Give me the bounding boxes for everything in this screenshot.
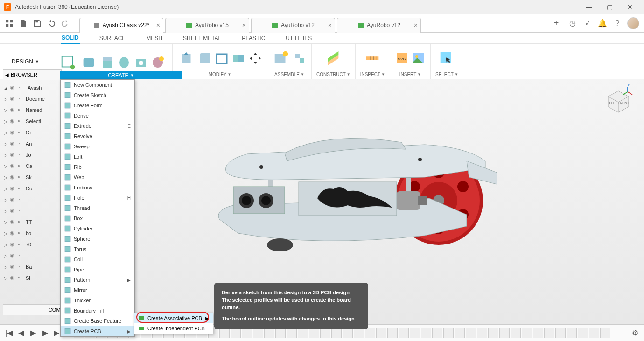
tree-row[interactable]: ▷◉▫Jo: [3, 149, 62, 160]
menu-item-derive[interactable]: Derive: [61, 111, 134, 121]
timeline-feature[interactable]: [387, 328, 398, 338]
expand-icon[interactable]: ▷: [4, 253, 8, 258]
timeline-feature[interactable]: [242, 328, 252, 338]
expand-icon[interactable]: ▷: [4, 209, 8, 214]
tree-row[interactable]: ▷◉▫Named: [3, 104, 62, 116]
menu-item-mirror[interactable]: Mirror: [61, 285, 134, 295]
timeline-settings-button[interactable]: ⚙: [630, 328, 640, 338]
tree-row[interactable]: ▷◉▫70: [3, 239, 62, 250]
ribbon-tab-solid[interactable]: SOLID: [61, 33, 80, 44]
visibility-icon[interactable]: ◉: [10, 208, 16, 214]
close-tab-icon[interactable]: ×: [328, 21, 332, 29]
help-icon[interactable]: ?: [612, 18, 623, 28]
timeline-feature[interactable]: [354, 328, 364, 338]
visibility-icon[interactable]: ◉: [10, 275, 16, 281]
ribbon-tab-plastic[interactable]: PLASTIC: [241, 33, 266, 43]
close-tab-icon[interactable]: ×: [156, 21, 160, 29]
job-status-icon[interactable]: ✓: [582, 18, 593, 28]
visibility-icon[interactable]: ◉: [10, 241, 16, 248]
fillet-icon[interactable]: [198, 51, 212, 65]
timeline-feature[interactable]: [410, 328, 420, 338]
user-avatar[interactable]: [627, 17, 639, 29]
expand-icon[interactable]: ▷: [4, 175, 8, 180]
timeline-feature[interactable]: [466, 328, 476, 338]
window-close-button[interactable]: ✕: [620, 0, 640, 14]
ribbon-tab-utilities[interactable]: UTILITIES: [285, 33, 313, 43]
expand-icon[interactable]: ▷: [4, 231, 8, 236]
visibility-icon[interactable]: ◉: [10, 140, 16, 147]
menu-item-sphere[interactable]: Sphere: [61, 234, 134, 244]
new-tab-button[interactable]: +: [550, 17, 563, 30]
menu-item-boundary-fill[interactable]: Boundary Fill: [61, 306, 134, 316]
tree-row[interactable]: ▷◉▫: [3, 250, 62, 261]
timeline-feature[interactable]: [522, 328, 532, 338]
plane-icon[interactable]: [324, 49, 342, 67]
document-tab[interactable]: AyuRobo v15×: [165, 18, 249, 33]
expand-icon[interactable]: ▷: [4, 264, 8, 270]
primitives-icon[interactable]: [151, 56, 165, 70]
tree-row[interactable]: ▷◉▫: [3, 205, 62, 216]
timeline-feature[interactable]: [331, 328, 342, 338]
combine-icon[interactable]: [231, 51, 245, 65]
window-maximize-button[interactable]: ▢: [599, 0, 620, 14]
tree-row[interactable]: ▷◉▫TT: [3, 216, 62, 228]
menu-item-thicken[interactable]: Thicken: [61, 295, 134, 306]
new-component-icon[interactable]: [272, 49, 290, 67]
timeline-feature[interactable]: [443, 328, 454, 338]
menu-item-web[interactable]: Web: [61, 172, 134, 182]
tree-row[interactable]: ▷◉▫: [3, 194, 62, 205]
tree-row[interactable]: ▷◉▫Docume: [3, 93, 62, 104]
menu-item-box[interactable]: Box: [61, 213, 134, 223]
menu-item-torus[interactable]: Torus: [61, 244, 134, 254]
close-tab-icon[interactable]: ×: [414, 21, 418, 29]
timeline-feature[interactable]: [555, 328, 566, 338]
timeline-feature[interactable]: [320, 328, 330, 338]
timeline-play-button[interactable]: ▶: [28, 328, 38, 338]
visibility-icon[interactable]: ◉: [10, 96, 16, 102]
expand-icon[interactable]: ▷: [4, 130, 8, 135]
joint-icon[interactable]: [293, 51, 307, 65]
menu-item-coil[interactable]: Coil: [61, 254, 134, 264]
revolve-icon[interactable]: [117, 56, 131, 70]
tree-row[interactable]: ▷◉▫Selecti: [3, 116, 62, 127]
visibility-icon[interactable]: ◉: [10, 174, 16, 181]
timeline-feature[interactable]: [533, 328, 543, 338]
timeline-feature[interactable]: [376, 328, 386, 338]
menu-item-create-sketch[interactable]: Create Sketch: [61, 90, 134, 100]
menu-item-pipe[interactable]: Pipe: [61, 264, 134, 275]
visibility-icon[interactable]: ◉: [10, 196, 16, 203]
document-tab[interactable]: AyuRobo v12×: [337, 18, 421, 33]
expand-icon[interactable]: ▷: [4, 153, 8, 158]
document-tab[interactable]: AyuRobo v12×: [251, 18, 335, 33]
timeline-forward-button[interactable]: ▶: [40, 328, 50, 338]
timeline-feature[interactable]: [264, 328, 274, 338]
visibility-icon[interactable]: ◉: [10, 129, 16, 136]
expand-icon[interactable]: ▷: [4, 108, 8, 113]
timeline-feature[interactable]: [287, 328, 297, 338]
ribbon-tab-mesh[interactable]: MESH: [145, 33, 163, 43]
expand-icon[interactable]: ▷: [4, 197, 8, 202]
visibility-icon[interactable]: ◉: [10, 185, 16, 192]
create-group-header[interactable]: CREATE▼: [60, 71, 182, 79]
visibility-icon[interactable]: ◉: [10, 264, 16, 270]
create-sketch-icon[interactable]: [59, 54, 77, 71]
visibility-icon[interactable]: ◉: [10, 107, 16, 113]
menu-item-create-pcb[interactable]: Create PCB▶: [61, 326, 134, 336]
insert-image-icon[interactable]: [412, 51, 426, 65]
extrude-icon[interactable]: [100, 56, 114, 70]
menu-item-revolve[interactable]: Revolve: [61, 131, 134, 141]
visibility-icon[interactable]: ◉: [10, 152, 16, 158]
hole-icon[interactable]: [134, 56, 148, 70]
timeline-feature[interactable]: [488, 328, 498, 338]
expand-icon[interactable]: ▷: [4, 242, 8, 247]
timeline-feature[interactable]: [219, 328, 230, 338]
timeline-feature[interactable]: [399, 328, 409, 338]
insert-svg-icon[interactable]: SVG: [395, 51, 409, 65]
expand-icon[interactable]: ▷: [4, 97, 8, 102]
menu-item-thread[interactable]: Thread: [61, 203, 134, 213]
expand-icon[interactable]: ▷: [4, 164, 8, 169]
visibility-icon[interactable]: ◉: [10, 163, 16, 169]
close-tab-icon[interactable]: ×: [242, 21, 246, 29]
timeline-feature[interactable]: [343, 328, 353, 338]
document-tab[interactable]: Ayush Chasis v22*×: [79, 18, 163, 33]
